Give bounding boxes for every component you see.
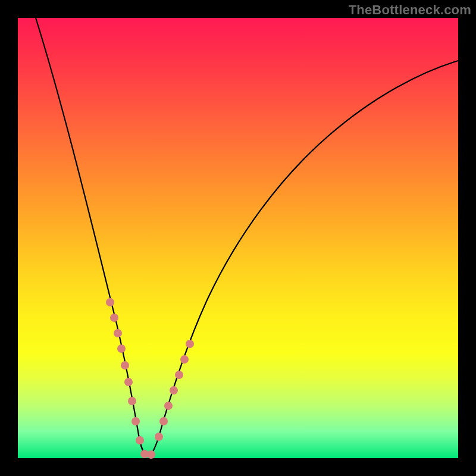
curve-left bbox=[36, 18, 148, 456]
marker-dot bbox=[110, 314, 118, 322]
marker-dot bbox=[180, 355, 189, 364]
marker-dot bbox=[164, 402, 173, 410]
marker-dot bbox=[136, 436, 144, 444]
marker-dot bbox=[106, 298, 114, 306]
marker-dot bbox=[124, 378, 133, 386]
marker-group bbox=[106, 298, 194, 459]
marker-dot bbox=[170, 386, 178, 394]
marker-dot bbox=[147, 450, 155, 459]
curve-right bbox=[148, 61, 458, 456]
chart-frame: TheBottleneck.com bbox=[0, 0, 476, 476]
watermark-text: TheBottleneck.com bbox=[349, 2, 471, 18]
marker-dot bbox=[114, 329, 122, 337]
marker-dot bbox=[186, 340, 194, 348]
marker-dot bbox=[117, 345, 126, 353]
marker-dot bbox=[128, 397, 136, 405]
plot-area bbox=[18, 18, 458, 458]
bottleneck-curve bbox=[18, 18, 458, 458]
marker-dot bbox=[121, 361, 129, 369]
marker-dot bbox=[159, 417, 168, 425]
marker-dot bbox=[155, 433, 163, 441]
marker-dot bbox=[131, 417, 140, 425]
marker-dot bbox=[175, 371, 183, 379]
